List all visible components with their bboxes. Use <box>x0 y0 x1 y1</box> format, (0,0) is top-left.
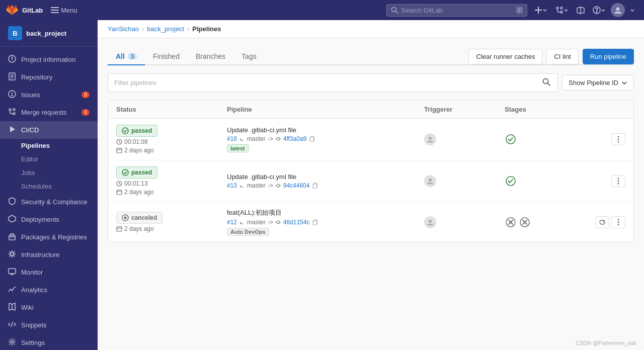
table-row: canceled 2 days ago feat(ALL):初始项目 #12 m… <box>108 202 633 242</box>
more-actions-button[interactable] <box>611 133 625 145</box>
copy-icon[interactable] <box>311 219 318 226</box>
svg-rect-6 <box>535 10 542 11</box>
sidebar-item-packages-registries[interactable]: Packages & Registries <box>0 228 98 246</box>
show-pipeline-id-button[interactable]: Show Pipeline ID <box>562 75 634 91</box>
sidebar-item-schedules[interactable]: Schedules <box>21 180 98 193</box>
svg-point-72 <box>277 184 280 187</box>
sidebar-item-deployments[interactable]: Deployments <box>0 211 98 228</box>
search-icon <box>542 78 550 86</box>
pipeline-tag: Auto DevOps <box>227 226 424 236</box>
commit-link[interactable]: 94c44604 <box>283 182 310 189</box>
svg-rect-64 <box>117 190 122 195</box>
breadcrumb-yansichao[interactable]: YanSichao <box>108 25 139 33</box>
retry-button[interactable] <box>595 216 609 228</box>
filter-row: Show Pipeline ID <box>108 73 634 92</box>
svg-point-62 <box>122 169 128 176</box>
filter-search-button[interactable] <box>541 77 551 89</box>
tab-all[interactable]: All 3 <box>108 48 145 65</box>
svg-point-14 <box>616 8 620 11</box>
svg-point-49 <box>239 136 242 138</box>
ci-lint-button[interactable]: CI lint <box>546 49 578 64</box>
sidebar-item-jobs[interactable]: Jobs <box>21 166 98 180</box>
pipeline-link[interactable]: #13 <box>227 182 237 189</box>
svg-point-89 <box>243 220 245 222</box>
sidebar-item-editor[interactable]: Editor <box>21 152 98 166</box>
col-triggerer: Triggerer <box>424 106 505 113</box>
user-avatar-button[interactable] <box>611 3 625 17</box>
stage-icon-canceled-2[interactable] <box>519 216 531 228</box>
breadcrumb-current: Pipelines <box>192 25 221 33</box>
pipeline-link[interactable]: #12 <box>227 219 237 226</box>
svg-point-39 <box>11 341 14 343</box>
sidebar-item-merge-requests[interactable]: Merge requests 0 <box>0 104 98 121</box>
help-button[interactable] <box>590 3 609 17</box>
cicd-subnav: Pipelines Editor Jobs Schedules <box>0 139 98 193</box>
clear-runner-caches-button[interactable]: Clear runner caches <box>468 49 542 64</box>
commit-link[interactable]: 46d1154c <box>283 219 310 226</box>
svg-point-24 <box>12 95 13 96</box>
sub-item-label: Pipelines <box>21 142 50 149</box>
search-input[interactable] <box>401 7 513 14</box>
app-logo[interactable]: GitLab <box>6 4 43 16</box>
tab-label: Branches <box>196 52 225 60</box>
svg-point-60 <box>618 139 619 140</box>
more-actions-button[interactable] <box>611 175 625 187</box>
ellipsis-icon <box>615 219 622 226</box>
sidebar-item-security-compliance[interactable]: Security & Compliance <box>0 193 98 211</box>
sidebar-item-issues[interactable]: Issues 0 <box>0 86 98 104</box>
sidebar-label: Repository <box>21 73 52 81</box>
menu-button[interactable]: Menu <box>47 4 82 16</box>
sidebar-label: Project information <box>21 56 75 63</box>
merge-requests-nav-button[interactable] <box>552 3 572 17</box>
filter-input-wrap[interactable] <box>108 73 558 92</box>
project-initial: B <box>13 30 17 37</box>
stage-icon-canceled-1[interactable] <box>505 216 517 228</box>
sidebar-project[interactable]: B back_project <box>0 20 98 47</box>
main-layout: B back_project Project information Repos… <box>0 20 644 350</box>
branch-icon <box>239 136 245 142</box>
search-bar[interactable]: / <box>386 4 527 17</box>
stage-icon-passed[interactable] <box>505 133 517 145</box>
stage-icon-passed[interactable] <box>505 175 517 187</box>
latest-tag: latest <box>227 144 249 152</box>
table-row: passed 00:01:08 2 days ago Update .gitla… <box>108 119 633 160</box>
commit-icon <box>275 219 281 225</box>
sidebar-item-snippets[interactable]: Snippets <box>0 316 98 334</box>
calendar-icon <box>116 226 122 232</box>
sidebar-item-wiki[interactable]: Wiki <box>0 299 98 316</box>
monitor-icon <box>8 268 16 277</box>
sidebar-label: Settings <box>21 339 45 346</box>
filter-pipelines-input[interactable] <box>114 79 537 86</box>
copy-icon[interactable] <box>308 135 315 142</box>
sidebar-item-settings[interactable]: Settings <box>0 334 98 350</box>
svg-line-38 <box>11 322 13 327</box>
tab-tags[interactable]: Tags <box>233 48 265 65</box>
tab-branches[interactable]: Branches <box>188 48 233 65</box>
sidebar-item-analytics[interactable]: Analytics <box>0 281 98 299</box>
chevron-down-icon <box>621 80 627 86</box>
branch-icon <box>239 219 245 225</box>
user-menu-chevron[interactable] <box>627 5 638 16</box>
app-name: GitLab <box>22 7 43 14</box>
run-pipeline-button[interactable]: Run pipeline <box>583 49 634 64</box>
svg-point-51 <box>243 136 245 138</box>
svg-point-79 <box>618 181 619 182</box>
svg-point-68 <box>239 183 242 185</box>
sidebar-item-cicd[interactable]: CI/CD <box>0 121 98 139</box>
sidebar-label: Infrastructure <box>21 251 60 258</box>
sidebar-item-repository[interactable]: Repository <box>0 68 98 86</box>
snippets-icon <box>8 320 16 330</box>
commit-link[interactable]: 4ff3a0a9 <box>283 135 307 142</box>
sidebar-item-monitor[interactable]: Monitor <box>0 264 98 281</box>
new-item-button[interactable] <box>531 3 550 17</box>
svg-point-13 <box>596 12 597 13</box>
copy-icon[interactable] <box>311 182 318 189</box>
tab-finished[interactable]: Finished <box>145 48 188 65</box>
sidebar-item-project-information[interactable]: Project information <box>0 51 98 68</box>
more-actions-button[interactable] <box>611 216 625 228</box>
sidebar-item-infrastructure[interactable]: Infrastructure <box>0 246 98 264</box>
pipeline-link[interactable]: #16 <box>227 135 237 142</box>
sidebar-item-pipelines[interactable]: Pipelines <box>21 139 98 152</box>
issues-nav-button[interactable] <box>574 3 588 17</box>
breadcrumb-back-project[interactable]: back_project <box>147 25 184 33</box>
